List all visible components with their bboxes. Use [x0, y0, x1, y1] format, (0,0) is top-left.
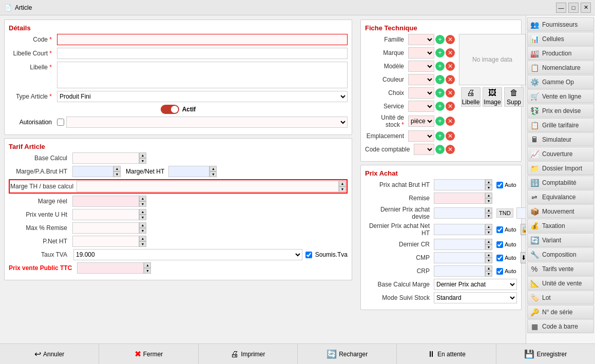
- dn-spin-down[interactable]: ▼: [485, 229, 492, 235]
- fermer-button[interactable]: ✖ Fermer: [99, 344, 198, 364]
- soumis-tva-checkbox[interactable]: [305, 252, 312, 258]
- vente-en-ligne-btn[interactable]: 🛒 Vente en ligne: [527, 89, 594, 103]
- remise-spin-down[interactable]: ▼: [485, 198, 492, 204]
- choix-remove-btn[interactable]: ✕: [446, 88, 455, 98]
- lot-btn[interactable]: 🏷️ Lot: [527, 291, 594, 304]
- dd-spin-down[interactable]: ▼: [485, 213, 492, 219]
- unite-stock-select[interactable]: pièce: [408, 116, 434, 127]
- famille-remove-btn[interactable]: ✕: [446, 35, 455, 44]
- couleur-remove-btn[interactable]: ✕: [446, 75, 455, 84]
- libelle-image-btn[interactable]: 🖨 Libelle: [461, 87, 481, 107]
- crp-spin-up[interactable]: ▲: [485, 265, 492, 271]
- marge-reel-spin-down[interactable]: ▼: [139, 201, 146, 207]
- service-select[interactable]: [408, 101, 434, 112]
- composition-btn[interactable]: 🔧 Composition: [527, 247, 594, 261]
- supp-btn[interactable]: 🗑 Supp: [504, 87, 524, 107]
- cmp-spin-down[interactable]: ▼: [485, 258, 492, 263]
- choix-select[interactable]: [408, 87, 434, 99]
- dernier-cr-auto-checkbox[interactable]: [496, 241, 503, 248]
- dcr-spin-down[interactable]: ▼: [485, 244, 492, 250]
- numero-serie-btn[interactable]: 🔑 N° de série: [527, 305, 594, 319]
- modele-add-btn[interactable]: +: [435, 62, 445, 71]
- max-remise-input[interactable]: 0,00 %: [72, 222, 139, 234]
- base-calcul-input[interactable]: 0.000: [72, 152, 139, 164]
- famille-add-btn[interactable]: +: [435, 35, 445, 44]
- crp-auto-checkbox[interactable]: [496, 268, 503, 275]
- annuler-button[interactable]: ↩ Annuler: [0, 344, 99, 364]
- fournisseurs-btn[interactable]: 👥 Fournisseurs: [527, 17, 594, 31]
- pb-spin-up[interactable]: ▲: [485, 179, 492, 185]
- nomenclature-btn[interactable]: 📋 Nomenclature: [527, 61, 594, 74]
- marge-reel-input[interactable]: 0,00 %: [72, 196, 139, 207]
- grille-tarifaire-btn[interactable]: 📋 Grille tarifaire: [527, 118, 594, 132]
- dd-spin-up[interactable]: ▲: [485, 207, 492, 213]
- production-btn[interactable]: 🏭 Production: [527, 46, 594, 60]
- marge-net-spin-down[interactable]: ▼: [209, 171, 217, 177]
- dernier-net-auto-checkbox[interactable]: [496, 226, 503, 233]
- prix-public-spin-down[interactable]: ▼: [144, 268, 151, 274]
- remise-input[interactable]: 0,00 %: [434, 193, 485, 204]
- type-article-select[interactable]: Produit Fini Matière Première Service: [57, 91, 348, 102]
- marque-add-btn[interactable]: +: [435, 48, 445, 58]
- unite-remove-btn[interactable]: ✕: [446, 117, 455, 126]
- cmp-input[interactable]: 0.000: [434, 252, 485, 263]
- cmp-auto-checkbox[interactable]: [496, 255, 503, 261]
- prix-public-spin-up[interactable]: ▲: [144, 262, 151, 268]
- emplacement-remove-btn[interactable]: ✕: [446, 131, 455, 141]
- prix-vente-public-input[interactable]: 0.000: [77, 262, 144, 274]
- enregistrer-button[interactable]: 💾 Enregistrer: [496, 344, 595, 364]
- en-attente-button[interactable]: ⏸ En attente: [397, 344, 496, 364]
- modele-select[interactable]: [408, 61, 434, 72]
- autorisation-checkbox[interactable]: [57, 119, 64, 126]
- base-calcul-marge-select[interactable]: Dernier Prix achat CMP CRP: [434, 279, 517, 290]
- dn-spin-up[interactable]: ▲: [485, 224, 492, 229]
- emplacement-add-btn[interactable]: +: [435, 131, 445, 141]
- code-input[interactable]: [57, 34, 348, 45]
- code-barre-btn[interactable]: ▦ Code à barre: [527, 319, 594, 333]
- marge-net-spin-up[interactable]: ▲: [209, 166, 217, 171]
- unite-add-btn[interactable]: +: [435, 117, 445, 126]
- marque-remove-btn[interactable]: ✕: [446, 48, 455, 58]
- unite-de-vente-btn[interactable]: 📐 Unité de vente: [527, 276, 594, 290]
- pnet-ht-spin-down[interactable]: ▼: [139, 241, 146, 247]
- code-comptable-add-btn[interactable]: +: [435, 145, 445, 154]
- spin-down[interactable]: ▼: [139, 158, 146, 164]
- prix-vente-input[interactable]: 0.000: [72, 209, 139, 220]
- code-comptable-select[interactable]: [414, 144, 434, 155]
- simulateur-btn[interactable]: 🖩 Simulateur: [527, 132, 594, 146]
- marge-th-spin-up[interactable]: ▲: [339, 181, 346, 186]
- prix-vente-spin-up[interactable]: ▲: [139, 209, 146, 215]
- pnet-ht-input[interactable]: 0.000: [72, 236, 139, 247]
- marge-th-input[interactable]: 10,00 %: [76, 181, 339, 192]
- prix-en-devise-btn[interactable]: 💱 Prix en devise: [527, 104, 594, 118]
- tarifs-vente-btn[interactable]: % Tarifs vente: [527, 262, 594, 276]
- prix-brut-auto-checkbox[interactable]: [496, 182, 503, 188]
- taux-tva-select[interactable]: 19.000: [73, 249, 302, 260]
- taxation-btn[interactable]: 💰 Taxation: [527, 219, 594, 233]
- pnet-ht-spin-up[interactable]: ▲: [139, 236, 146, 241]
- crp-spin-down[interactable]: ▼: [485, 271, 492, 277]
- marge-reel-spin-up[interactable]: ▲: [139, 196, 146, 201]
- max-remise-spin-down[interactable]: ▼: [139, 228, 146, 234]
- crp-input[interactable]: 0.000: [434, 265, 485, 277]
- dernier-cr-input[interactable]: 0.000: [434, 239, 485, 250]
- service-remove-btn[interactable]: ✕: [446, 102, 455, 111]
- dernier-net-input[interactable]: 0.000: [434, 224, 485, 235]
- image-btn[interactable]: 🖼 Image: [483, 87, 502, 107]
- dernier-devise-input[interactable]: 0.000: [434, 207, 485, 219]
- marge-pa-spin-down[interactable]: ▼: [113, 171, 121, 177]
- maximize-button[interactable]: □: [568, 3, 579, 13]
- modele-remove-btn[interactable]: ✕: [446, 62, 455, 71]
- marge-pa-input[interactable]: 0,00 %: [72, 166, 113, 177]
- recharger-button[interactable]: 🔄 Recharger: [298, 344, 397, 364]
- remise-spin-up[interactable]: ▲: [485, 193, 492, 198]
- cmp-spin-up[interactable]: ▲: [485, 252, 492, 258]
- max-remise-spin-up[interactable]: ▲: [139, 222, 146, 228]
- variant-btn[interactable]: 🔄 Variant: [527, 233, 594, 247]
- cellules-btn[interactable]: 📊 Cellules: [527, 32, 594, 46]
- marge-pa-spin-up[interactable]: ▲: [113, 166, 121, 171]
- spin-up[interactable]: ▲: [139, 152, 146, 158]
- autorisation-select[interactable]: [66, 117, 348, 128]
- mouvement-btn[interactable]: 📦 Mouvement: [527, 204, 594, 218]
- imprimer-button[interactable]: 🖨 Imprimer: [199, 344, 298, 364]
